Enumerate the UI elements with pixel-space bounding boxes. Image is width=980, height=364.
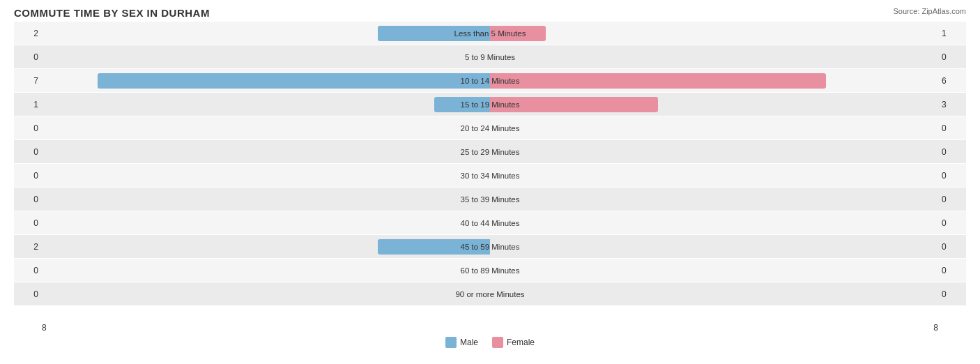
female-value: 0 (938, 242, 966, 252)
legend: Male Female (14, 337, 966, 348)
female-value: 0 (938, 123, 966, 133)
bar-section: 40 to 44 Minutes (42, 211, 938, 234)
legend-female: Female (492, 337, 535, 348)
chart-container: COMMUTE TIME BY SEX IN DURHAM Source: Zi… (0, 0, 980, 364)
chart-title: COMMUTE TIME BY SEX IN DURHAM (14, 7, 966, 19)
female-label: Female (507, 338, 535, 347)
female-value: 6 (938, 76, 966, 86)
female-value: 0 (938, 218, 966, 228)
bar-section: 90 or more Minutes (42, 282, 938, 305)
male-bar (378, 239, 490, 255)
male-value: 0 (14, 218, 42, 228)
male-value: 1 (14, 100, 42, 109)
female-value: 3 (938, 100, 966, 109)
chart-area: 2Less than 5 Minutes105 to 9 Minutes0710… (14, 22, 966, 321)
male-bar (378, 26, 490, 41)
female-value: 0 (938, 266, 966, 275)
source-text: Source: ZipAtlas.com (893, 7, 966, 15)
legend-male: Male (445, 337, 478, 348)
female-value: 0 (938, 147, 966, 157)
male-value: 0 (14, 266, 42, 275)
male-value: 0 (14, 52, 42, 62)
bar-section: 10 to 14 Minutes (42, 69, 938, 92)
male-value: 0 (14, 195, 42, 204)
chart-row: 245 to 59 Minutes0 (14, 235, 966, 258)
bar-section: 15 to 19 Minutes (42, 93, 938, 116)
male-bar (98, 73, 490, 89)
female-value: 0 (938, 171, 966, 181)
chart-row: 030 to 34 Minutes0 (14, 164, 966, 187)
female-value: 1 (938, 29, 966, 38)
male-bar (434, 97, 490, 112)
male-value: 0 (14, 289, 42, 299)
chart-row: 05 to 9 Minutes0 (14, 45, 966, 68)
female-value: 0 (938, 289, 966, 299)
bar-section: 20 to 24 Minutes (42, 116, 938, 139)
female-value: 0 (938, 52, 966, 62)
chart-row: 060 to 89 Minutes0 (14, 259, 966, 282)
bar-section: 45 to 59 Minutes (42, 235, 938, 258)
male-value: 0 (14, 147, 42, 157)
male-value: 2 (14, 29, 42, 38)
female-bar (490, 97, 658, 112)
female-value: 0 (938, 195, 966, 204)
bar-section: 35 to 39 Minutes (42, 188, 938, 211)
chart-row: 025 to 29 Minutes0 (14, 140, 966, 163)
female-bar (490, 73, 826, 89)
male-value: 0 (14, 123, 42, 133)
axis-right-label: 8 (933, 323, 938, 333)
bar-section: 60 to 89 Minutes (42, 259, 938, 282)
chart-row: 115 to 19 Minutes3 (14, 93, 966, 116)
male-value: 7 (14, 76, 42, 86)
chart-row: 035 to 39 Minutes0 (14, 188, 966, 211)
chart-row: 090 or more Minutes0 (14, 282, 966, 305)
chart-row: 2Less than 5 Minutes1 (14, 22, 966, 45)
chart-row: 710 to 14 Minutes6 (14, 69, 966, 92)
chart-row: 020 to 24 Minutes0 (14, 116, 966, 139)
female-bar (490, 26, 546, 41)
bar-section: 25 to 29 Minutes (42, 140, 938, 163)
bar-section: 30 to 34 Minutes (42, 164, 938, 187)
bar-section: Less than 5 Minutes (42, 22, 938, 45)
axis-left-label: 8 (42, 323, 47, 333)
male-value: 0 (14, 171, 42, 181)
bottom-axis: 8 8 (14, 323, 966, 333)
bar-section: 5 to 9 Minutes (42, 45, 938, 68)
male-label: Male (460, 338, 478, 347)
female-swatch (492, 337, 503, 348)
male-swatch (445, 337, 457, 348)
chart-row: 040 to 44 Minutes0 (14, 211, 966, 234)
male-value: 2 (14, 242, 42, 252)
